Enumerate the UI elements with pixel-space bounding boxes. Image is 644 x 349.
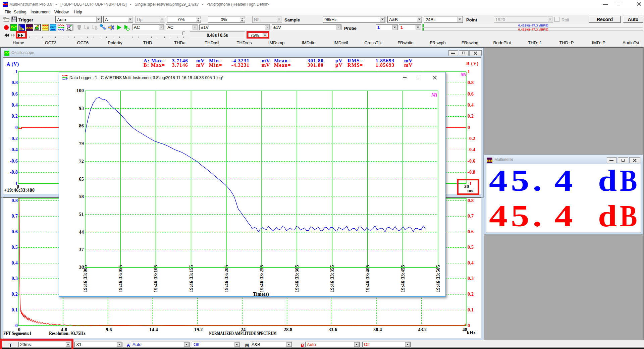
svg-text:888: 888: [487, 159, 492, 163]
svg-text:B: B: [95, 26, 98, 31]
svg-text:DUT: DUT: [50, 26, 56, 29]
svg-text:888: 888: [26, 26, 33, 30]
svg-text:P: P: [70, 24, 72, 27]
svg-text:A: A: [87, 26, 90, 31]
